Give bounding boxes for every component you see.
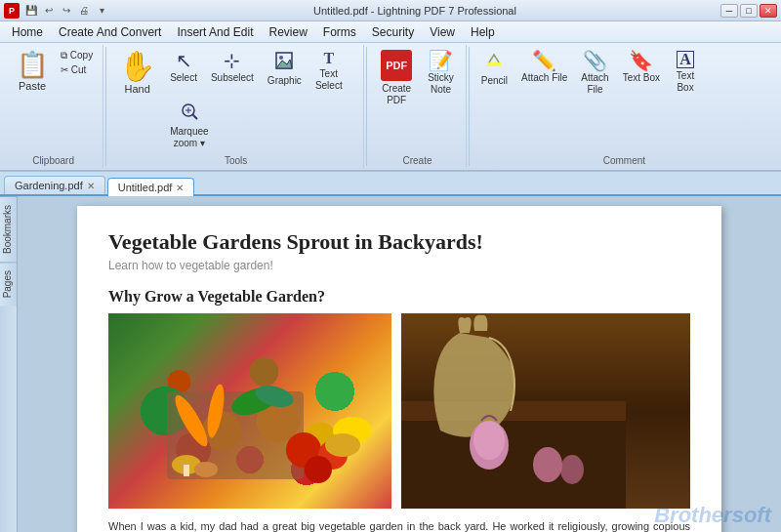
qa-undo[interactable]: ↩	[41, 3, 57, 19]
tools-row: ✋ Hand ↖ Select ⊹ Subselect	[112, 47, 359, 153]
svg-point-26	[560, 455, 584, 484]
hand-label: Hand	[124, 83, 149, 95]
menu-view[interactable]: View	[422, 23, 463, 41]
create-label: Create	[375, 153, 460, 166]
close-button[interactable]: ✕	[760, 4, 777, 18]
side-panel: Bookmarks Pages	[0, 196, 18, 532]
qa-dropdown[interactable]: ▾	[94, 3, 109, 19]
pencil-icon: ✏️	[532, 51, 556, 70]
pencil-button[interactable]: ✏️ Attach File	[515, 47, 573, 88]
attach-label: AttachFile	[581, 72, 608, 96]
tab-untitled-close[interactable]: ✕	[176, 183, 184, 193]
svg-marker-2	[276, 60, 292, 68]
cut-button[interactable]: ✂ Cut	[57, 63, 97, 76]
paste-button[interactable]: 📋 Paste	[10, 47, 55, 95]
tools-label: Tools	[112, 153, 359, 166]
separator-3	[469, 47, 470, 166]
marquee-icon	[180, 102, 199, 124]
separator-1	[105, 47, 106, 166]
svg-point-24	[473, 421, 505, 460]
menu-insert-edit[interactable]: Insert And Edit	[169, 23, 261, 41]
vegetable-svg	[108, 313, 391, 509]
hand-svg	[401, 313, 690, 509]
tab-gardening-pdf[interactable]: Gardening.pdf ✕	[4, 176, 105, 194]
comment-label: Comment	[475, 153, 773, 166]
menu-create-convert[interactable]: Create And Convert	[51, 23, 169, 41]
hand-tool-button[interactable]: ✋ Hand	[112, 47, 162, 153]
pencil-label: Attach File	[521, 72, 567, 84]
document-subtitle: Learn how to vegetable garden!	[108, 259, 690, 272]
qa-print[interactable]: 🖨	[76, 3, 92, 19]
sticky-note-button[interactable]: 📝 StickyNote	[422, 47, 460, 100]
qa-save[interactable]: 💾	[23, 3, 39, 19]
document-body: When I was a kid, my dad had a great big…	[108, 518, 690, 532]
stamp-icon: 🔖	[629, 51, 653, 70]
stamp-button[interactable]: 🔖 Text Box	[617, 47, 666, 88]
sticky-note-icon: 📝	[429, 51, 453, 70]
subselect-tool-button[interactable]: ⊹ Subselect	[205, 47, 260, 96]
svg-rect-19	[184, 465, 189, 476]
minimize-button[interactable]: ─	[720, 4, 738, 18]
create-pdf-button[interactable]: PDF CreatePDF	[375, 47, 418, 109]
highlight-button[interactable]: Pencil	[475, 47, 514, 91]
window-controls: ─ □ ✕	[720, 4, 777, 18]
menu-bar: Home Create And Convert Insert And Edit …	[0, 21, 781, 43]
title-bar: P 💾 ↩ ↪ 🖨 ▾ Untitled.pdf - Lightning PDF…	[0, 0, 781, 21]
tab-gardening-close[interactable]: ✕	[87, 181, 95, 191]
quick-access-toolbar: 💾 ↩ ↪ 🖨 ▾	[23, 3, 109, 19]
svg-point-13	[305, 456, 332, 483]
maximize-button[interactable]: □	[740, 4, 758, 18]
create-pdf-icon: PDF	[381, 50, 412, 81]
select-tool-button[interactable]: ↖ Select	[164, 47, 203, 96]
svg-line-4	[192, 114, 197, 119]
menu-review[interactable]: Review	[261, 23, 314, 41]
tab-gardening-label: Gardening.pdf	[15, 180, 83, 191]
tab-untitled-pdf[interactable]: Untitled.pdf ✕	[107, 178, 195, 196]
paste-icon: 📋	[17, 50, 48, 80]
menu-forms[interactable]: Forms	[315, 23, 364, 41]
graphic-tool-button[interactable]: Graphic	[262, 47, 308, 96]
marquee-label: Marqueezoom ▾	[170, 126, 208, 149]
create-pdf-label: CreatePDF	[382, 83, 411, 106]
svg-point-20	[194, 462, 218, 477]
main-area: Bookmarks Pages Vegetable Gardens Sprout…	[0, 196, 781, 532]
subselect-label: Subselect	[211, 72, 254, 84]
menu-security[interactable]: Security	[364, 23, 422, 41]
copy-button[interactable]: ⧉ Copy	[57, 49, 97, 62]
section-title: Why Grow a Vegetable Garden?	[108, 288, 690, 306]
subselect-icon: ⊹	[224, 51, 240, 70]
svg-point-17	[325, 433, 360, 457]
pages-tab[interactable]: Pages	[0, 262, 17, 306]
hand-icon: ✋	[119, 52, 155, 81]
clipboard-label: Clipboard	[32, 153, 74, 166]
menu-home[interactable]: Home	[4, 23, 51, 41]
clipboard-small-btns: ⧉ Copy ✂ Cut	[57, 49, 97, 76]
svg-rect-21	[401, 411, 626, 509]
document-area[interactable]: Vegetable Gardens Sprout in Backyards! L…	[18, 196, 781, 532]
highlight-icon	[484, 51, 504, 73]
svg-rect-7	[487, 62, 501, 66]
ribbon-group-clipboard: 📋 Paste ⧉ Copy ✂ Cut Clipboard	[4, 45, 103, 168]
text-box-button[interactable]: A TextBox	[668, 47, 703, 98]
document-title: Vegetable Gardens Sprout in Backyards!	[108, 229, 690, 255]
window-title: Untitled.pdf - Lightning PDF 7 Professio…	[313, 5, 516, 17]
sticky-note-label: StickyNote	[428, 72, 454, 96]
text-select-icon: T	[323, 51, 334, 66]
tab-untitled-label: Untitled.pdf	[118, 182, 173, 193]
title-bar-left: P 💾 ↩ ↪ 🖨 ▾	[4, 3, 109, 19]
separator-2	[366, 47, 367, 166]
attach-file-button[interactable]: 📎 AttachFile	[575, 47, 614, 100]
bookmarks-tab[interactable]: Bookmarks	[0, 196, 17, 262]
stamp-label: Text Box	[623, 72, 660, 84]
menu-help[interactable]: Help	[463, 23, 503, 41]
ribbon-content: 📋 Paste ⧉ Copy ✂ Cut Clipboard ✋ Hand	[0, 43, 781, 170]
marquee-zoom-button[interactable]: Marqueezoom ▾	[164, 98, 214, 153]
app-icon: P	[4, 3, 20, 19]
text-box-label: TextBox	[677, 70, 694, 94]
paste-label: Paste	[19, 80, 46, 92]
branding-logo: Brothersoft	[654, 503, 771, 528]
text-select-tool-button[interactable]: T TextSelect	[309, 47, 349, 96]
qa-redo[interactable]: ↪	[59, 3, 74, 19]
select-label: Select	[170, 72, 197, 84]
text-box-icon: A	[677, 51, 694, 68]
